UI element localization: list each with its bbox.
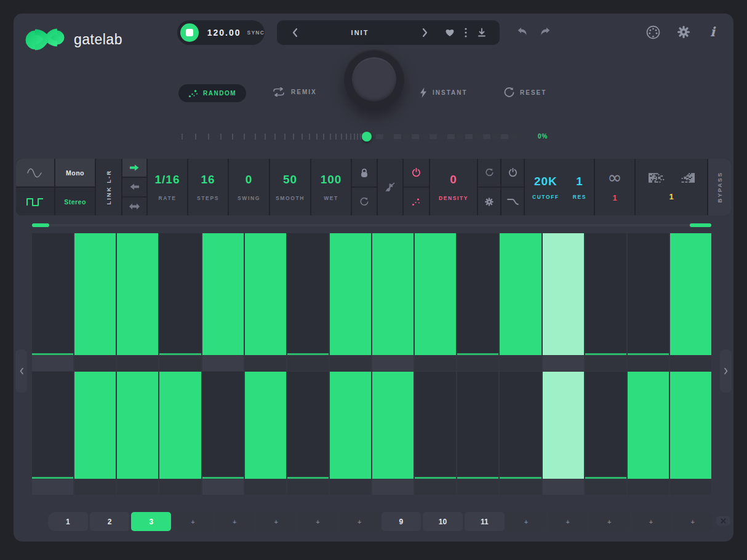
density-power-button[interactable] [404, 159, 429, 186]
seq-row-1-step-10[interactable] [415, 233, 456, 355]
seq-row-2-footer-8[interactable] [330, 479, 371, 495]
direction-backward-button[interactable] [122, 178, 146, 196]
seq-row-1-step-8[interactable] [330, 233, 371, 355]
steps-control[interactable]: 16 STEPS [188, 159, 228, 215]
stereo-button[interactable]: Stereo [55, 188, 95, 215]
seq-row-2-step-11[interactable] [457, 372, 498, 479]
seq-row-2-step-6[interactable] [245, 372, 286, 479]
sync-label[interactable]: SYNC [247, 30, 265, 36]
seq-row-1-footer-1[interactable] [32, 356, 73, 371]
pattern-slot-14[interactable]: + [589, 512, 629, 531]
seq-row-1-footer-7[interactable] [287, 356, 329, 371]
seq-row-1-footer-5[interactable] [202, 356, 244, 371]
seq-row-1-footer-2[interactable] [74, 356, 116, 371]
seq-row-1-step-1[interactable] [32, 233, 73, 355]
swing-control[interactable]: 0 SWING [229, 159, 269, 215]
seq-row-2-footer-11[interactable] [457, 479, 498, 495]
seq-row-2-footer-2[interactable] [74, 479, 116, 495]
seq-row-2-step-12[interactable] [500, 372, 541, 479]
pattern-slot-5[interactable]: + [215, 512, 255, 531]
seq-row-1-step-7[interactable] [287, 233, 329, 355]
pattern-slot-15[interactable]: + [631, 512, 671, 531]
seq-row-2-footer-7[interactable] [287, 479, 329, 495]
pattern-slot-2[interactable]: 2 [90, 512, 130, 531]
direction-pingpong-button[interactable] [122, 198, 146, 215]
seq-row-1-step-9[interactable] [372, 233, 413, 355]
seq-row-2-step-14[interactable] [585, 372, 626, 479]
pattern-slot-7[interactable]: + [298, 512, 338, 531]
pattern-slot-8[interactable]: + [340, 512, 380, 531]
scroll-right-tab[interactable] [720, 350, 732, 393]
seq-row-1-step-6[interactable] [245, 233, 286, 355]
seq-row-2-step-10[interactable] [415, 372, 456, 479]
pattern-slot-6[interactable]: + [256, 512, 296, 531]
seq-row-2-footer-15[interactable] [628, 479, 669, 495]
filter-settings-button[interactable] [478, 188, 500, 215]
seq-row-1-footer-10[interactable] [415, 356, 456, 371]
seq-row-2-footer-10[interactable] [415, 479, 456, 495]
seq-row-1-step-4[interactable] [159, 233, 201, 355]
seq-row-1-footer-16[interactable] [670, 356, 711, 371]
seq-row-2-footer-3[interactable] [117, 479, 158, 495]
seq-row-2-footer-13[interactable] [543, 479, 584, 495]
stop-button[interactable] [180, 23, 199, 42]
preset-name[interactable]: INIT [303, 29, 417, 36]
seq-row-1-step-2[interactable] [74, 233, 116, 355]
density-control[interactable]: 0 DENSITY [430, 159, 477, 215]
pattern-slot-4[interactable]: + [173, 512, 213, 531]
filter-power-button[interactable] [501, 159, 524, 186]
pattern-slot-12[interactable]: + [506, 512, 546, 531]
bpm-display[interactable]: 120.00 [207, 28, 241, 38]
seq-row-1-footer-11[interactable] [457, 356, 498, 371]
seq-row-2-footer-5[interactable] [202, 479, 244, 495]
wet-control[interactable]: 100 WET [311, 159, 351, 215]
scroll-left-tab[interactable] [15, 350, 27, 393]
random-button[interactable]: RANDOM [178, 84, 246, 102]
info-button[interactable]: i [710, 24, 715, 39]
remix-button[interactable]: REMIX [272, 87, 317, 97]
seq-row-2-footer-12[interactable] [500, 479, 541, 495]
seq-row-1-footer-6[interactable] [245, 356, 286, 371]
filter-curve-button[interactable] [501, 188, 524, 215]
seq-row-1-footer-9[interactable] [372, 356, 413, 371]
seq-row-1-footer-12[interactable] [500, 356, 541, 371]
seq-row-1-step-13[interactable] [543, 233, 584, 355]
link-lr-toggle[interactable]: LINK L-R [96, 159, 121, 215]
seq-row-2-step-9[interactable] [372, 372, 413, 479]
pattern-slot-16[interactable]: + [673, 512, 713, 531]
seq-row-1-footer-3[interactable] [117, 356, 158, 371]
seq-row-2-footer-1[interactable] [32, 479, 73, 495]
settings-button[interactable] [677, 25, 690, 39]
sine-wave-button[interactable] [16, 159, 54, 186]
seq-row-2-footer-4[interactable] [159, 479, 201, 495]
favorite-button[interactable] [442, 25, 458, 41]
undo-button[interactable] [516, 26, 527, 36]
pattern-slot-10[interactable]: 10 [423, 512, 463, 531]
pattern-slot-9[interactable]: 9 [381, 512, 421, 531]
redo-button[interactable] [540, 26, 552, 36]
seq-row-2-footer-9[interactable] [372, 479, 413, 495]
seq-row-2-step-2[interactable] [74, 372, 116, 479]
randomizer-slider[interactable] [182, 132, 519, 142]
seq-row-1-footer-15[interactable] [628, 356, 669, 371]
seq-row-2-footer-14[interactable] [585, 479, 626, 495]
seq-row-1-step-5[interactable] [202, 233, 244, 355]
seq-row-1-step-12[interactable] [500, 233, 541, 355]
pattern-slot-13[interactable]: + [548, 512, 588, 531]
seq-row-2-step-7[interactable] [287, 372, 329, 479]
seq-row-1-footer-14[interactable] [585, 356, 626, 371]
bypass-toggle[interactable]: BYPASS [708, 159, 731, 215]
regenerate-button[interactable] [352, 188, 377, 215]
seq-row-1-step-3[interactable] [117, 233, 158, 355]
seq-row-1-footer-4[interactable] [159, 356, 201, 371]
seq-row-2-step-5[interactable] [202, 372, 244, 479]
mono-button[interactable]: Mono [55, 159, 95, 186]
seq-row-2-step-3[interactable] [117, 372, 158, 479]
seq-row-2-step-16[interactable] [670, 372, 711, 479]
lock-button[interactable] [352, 159, 377, 186]
cutoff-control[interactable]: 20K CUTOFF [532, 175, 559, 200]
seq-row-1-step-16[interactable] [670, 233, 711, 355]
variation-control[interactable]: 1 [636, 159, 707, 215]
seq-row-2-step-13[interactable] [543, 372, 584, 479]
mute-note-button[interactable] [378, 159, 402, 215]
